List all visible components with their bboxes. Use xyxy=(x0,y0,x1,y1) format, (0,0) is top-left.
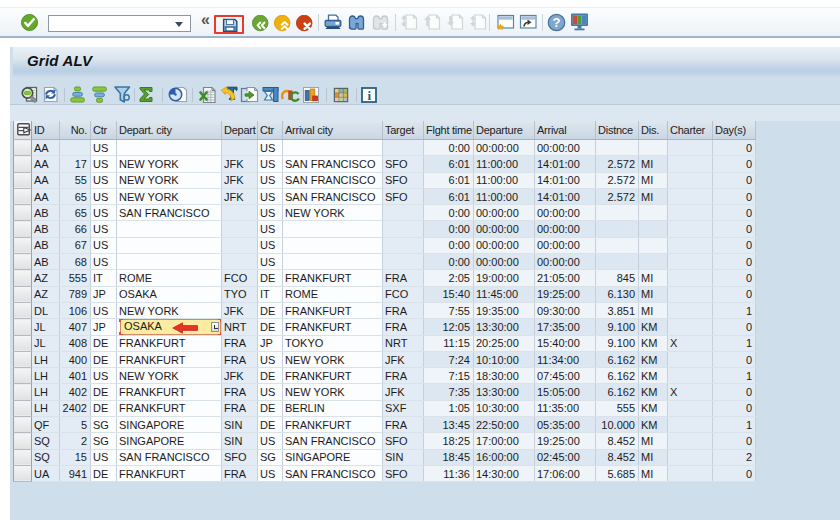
svg-text:i: i xyxy=(367,88,371,103)
svg-text:?: ? xyxy=(553,15,561,30)
